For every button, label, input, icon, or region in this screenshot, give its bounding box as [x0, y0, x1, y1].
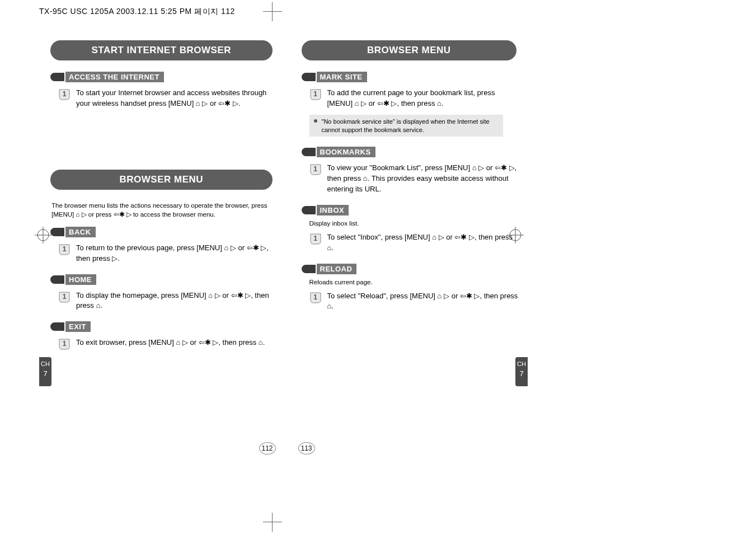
- page-left: CH 7 START INTERNET BROWSER ACCESS THE I…: [39, 22, 284, 459]
- print-header: TX-95C USC 1205A 2003.12.11 5:25 PM 페이지 …: [39, 7, 235, 17]
- section-inbox: INBOX Display inbox list. 1 To select "I…: [302, 205, 520, 254]
- step: 1 To select "Reload", press [MENU] ⌂ ▷ o…: [309, 291, 520, 312]
- step-text: To start your Internet browser and acces…: [76, 88, 276, 109]
- step: 1 To select "Inbox", press [MENU] ⌂ ▷ or…: [309, 232, 520, 254]
- spread: CH 7 START INTERNET BROWSER ACCESS THE I…: [39, 22, 528, 459]
- section-subnote: Display inbox list.: [309, 220, 520, 227]
- bullet-icon: [50, 322, 65, 331]
- note-box: "No bookmark service site" is displayed …: [309, 115, 503, 137]
- browser-menu-intro: The browser menu lists the actions neces…: [51, 201, 271, 219]
- chapter-number: 7: [515, 370, 528, 378]
- step-number-icon: 1: [309, 88, 322, 101]
- crop-mark-bottom: [263, 513, 282, 532]
- crop-mark-top: [263, 2, 282, 21]
- step: 1 To display the homepage, press [MENU] …: [58, 291, 276, 312]
- page-number-left: 112: [259, 442, 276, 455]
- section-label: INBOX: [316, 205, 350, 216]
- section-exit: EXIT 1 To exit browser, press [MENU] ⌂ ▷…: [50, 321, 276, 350]
- section-mark-site: MARK SITE 1 To add the current page to y…: [302, 72, 520, 137]
- bullet-icon: [50, 73, 65, 81]
- title-browser-menu-right: BROWSER MENU: [302, 40, 517, 60]
- step-text: To display the homepage, press [MENU] ⌂ …: [76, 291, 276, 312]
- step-number-icon: 1: [309, 233, 322, 245]
- section-label: EXIT: [64, 321, 92, 332]
- step-number-icon: 1: [58, 291, 71, 303]
- step-text: To add the current page to your bookmark…: [327, 88, 520, 109]
- chapter-number: 7: [39, 370, 51, 378]
- bullet-icon: [50, 228, 65, 236]
- section-reload: RELOAD Reloads current page. 1 To select…: [302, 264, 520, 312]
- section-bookmarks: BOOKMARKS 1 To view your "Bookmark List"…: [302, 147, 520, 195]
- section-label: BOOKMARKS: [316, 147, 377, 157]
- step: 1 To view your "Bookmark List", press [M…: [309, 163, 520, 195]
- bullet-icon: [302, 206, 316, 214]
- bullet-icon: [302, 148, 316, 156]
- page-number-right: 113: [298, 442, 315, 455]
- step-text: To return to the previous page, press [M…: [76, 243, 276, 264]
- step-text: To select "Reload", press [MENU] ⌂ ▷ or …: [327, 291, 520, 312]
- section-head: INBOX: [302, 205, 350, 216]
- page-right: CH 7 BROWSER MENU MARK SITE 1 To add the…: [284, 22, 528, 459]
- chapter-tab-right: CH 7: [515, 357, 528, 386]
- section-head: BOOKMARKS: [302, 147, 377, 157]
- section-head: ACCESS THE INTERNET: [50, 72, 165, 82]
- step: 1 To start your Internet browser and acc…: [58, 88, 276, 109]
- note-text: "No bookmark service site" is displayed …: [322, 118, 499, 134]
- section-subnote: Reloads current page.: [309, 279, 520, 285]
- title-browser-menu-left: BROWSER MENU: [50, 170, 273, 190]
- title-start-internet-browser: START INTERNET BROWSER: [50, 40, 273, 60]
- step-text: To exit browser, press [MENU] ⌂ ▷ or ⇦✱ …: [76, 338, 276, 350]
- step-number-icon: 1: [58, 243, 71, 256]
- chapter-label: CH: [41, 360, 50, 367]
- section-back: BACK 1 To return to the previous page, p…: [50, 227, 276, 264]
- section-head: MARK SITE: [302, 72, 368, 82]
- step: 1 To exit browser, press [MENU] ⌂ ▷ or ⇦…: [58, 338, 276, 350]
- section-head: EXIT: [50, 321, 92, 332]
- section-label: ACCESS THE INTERNET: [64, 72, 165, 82]
- section-label: BACK: [64, 227, 97, 237]
- step: 1 To return to the previous page, press …: [58, 243, 276, 264]
- step-number-icon: 1: [58, 88, 71, 101]
- note-dot-icon: [314, 119, 317, 123]
- section-label: RELOAD: [316, 264, 358, 274]
- section-head: BACK: [50, 227, 97, 237]
- step: 1 To add the current page to your bookma…: [309, 88, 520, 109]
- step-number-icon: 1: [309, 163, 322, 176]
- bullet-icon: [302, 73, 316, 81]
- section-label: MARK SITE: [316, 72, 368, 82]
- chapter-tab-left: CH 7: [39, 357, 51, 386]
- chapter-label: CH: [517, 360, 526, 367]
- section-label: HOME: [64, 274, 97, 285]
- bullet-icon: [50, 275, 65, 284]
- bullet-icon: [302, 265, 316, 273]
- step-text: To view your "Bookmark List", press [MEN…: [327, 163, 520, 195]
- section-head: HOME: [50, 274, 97, 285]
- section-head: RELOAD: [302, 264, 358, 274]
- step-number-icon: 1: [309, 292, 322, 304]
- step-text: To select "Inbox", press [MENU] ⌂ ▷ or ⇦…: [327, 232, 520, 254]
- step-number-icon: 1: [58, 338, 71, 350]
- section-home: HOME 1 To display the homepage, press [M…: [50, 274, 276, 312]
- section-access-internet: ACCESS THE INTERNET 1 To start your Inte…: [50, 72, 276, 109]
